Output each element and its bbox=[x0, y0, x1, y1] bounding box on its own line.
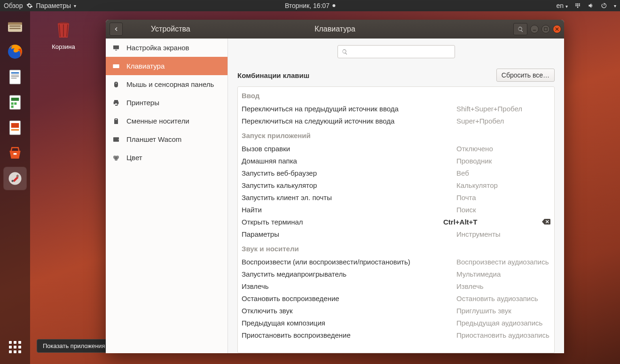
activities-button[interactable]: Обзор bbox=[4, 2, 23, 9]
svg-rect-18 bbox=[14, 153, 17, 155]
shortcut-row[interactable]: Приостановить воспроизведениеПриостанови… bbox=[238, 329, 554, 341]
shortcut-desc: Найти bbox=[242, 206, 456, 214]
svg-rect-31 bbox=[118, 65, 118, 66]
shortcut-row[interactable]: Переключиться на следующий источник ввод… bbox=[238, 115, 554, 127]
volume-icon[interactable] bbox=[588, 2, 594, 9]
shortcut-value: Super+Пробел bbox=[456, 117, 550, 125]
shortcut-row[interactable]: ПараметрыИнструменты bbox=[238, 228, 554, 240]
minimize-button[interactable] bbox=[530, 25, 539, 33]
shortcut-desc: Домашняя папка bbox=[242, 157, 456, 165]
main-panel: Комбинации клавиш Сбросить все… ВводПере… bbox=[228, 39, 564, 353]
svg-rect-30 bbox=[117, 65, 117, 66]
svg-rect-32 bbox=[115, 66, 118, 67]
search-icon bbox=[342, 49, 348, 55]
shortcut-row[interactable]: НайтиПоиск bbox=[238, 203, 554, 216]
svg-point-21 bbox=[12, 180, 14, 182]
shortcut-value: Извлечь bbox=[456, 282, 550, 290]
back-button[interactable] bbox=[110, 23, 123, 36]
settings-window: Устройства Клавиатура Настройка экрановК… bbox=[106, 20, 564, 353]
sidebar-item-displays[interactable]: Настройка экранов bbox=[106, 39, 228, 57]
shortcut-row[interactable]: Запустить клиент эл. почтыПочта bbox=[238, 191, 554, 203]
shortcut-row[interactable]: Воспроизвести (или воспроизвести/приоста… bbox=[238, 256, 554, 268]
chevron-down-icon: ▾ bbox=[74, 3, 76, 8]
shortcut-row[interactable]: Открыть терминалCtrl+Alt+T bbox=[238, 216, 554, 228]
shortcut-value: Shift+Super+Пробел bbox=[456, 105, 550, 113]
svg-rect-25 bbox=[113, 45, 119, 49]
sidebar-item-printer[interactable]: Принтеры bbox=[106, 93, 228, 112]
sidebar-item-color[interactable]: Цвет bbox=[106, 148, 228, 167]
titlebar: Устройства Клавиатура bbox=[106, 20, 564, 39]
sidebar-item-tablet[interactable]: Планшет Wacom bbox=[106, 130, 228, 148]
shortcut-row[interactable]: Домашняя папкаПроводник bbox=[238, 155, 554, 167]
show-applications-button[interactable] bbox=[4, 336, 26, 358]
shortcut-row[interactable]: Запустить медиапроигрывательМультимедиа bbox=[238, 268, 554, 280]
dock-firefox[interactable] bbox=[4, 40, 26, 63]
section-header: Звук и носители bbox=[238, 240, 554, 256]
shortcut-desc: Запустить медиапроигрыватель bbox=[242, 270, 456, 278]
shortcut-row[interactable]: Остановить воспроизведениеОстановить ауд… bbox=[238, 292, 554, 304]
shortcut-desc: Отключить звук bbox=[242, 307, 456, 315]
clock[interactable]: Вторник, 16:07 bbox=[285, 2, 335, 9]
shortcut-row[interactable]: Предыдущая композицияПредыдущая аудиозап… bbox=[238, 317, 554, 329]
shortcut-row[interactable]: Запустить калькуляторКалькулятор bbox=[238, 179, 554, 191]
input-lang[interactable]: en ▾ bbox=[557, 2, 568, 9]
svg-rect-23 bbox=[533, 30, 536, 31]
svg-rect-13 bbox=[14, 102, 16, 105]
sidebar-item-label: Цвет bbox=[126, 154, 142, 162]
sidebar-item-removable[interactable]: Сменные носители bbox=[106, 112, 228, 130]
sidebar-item-mouse[interactable]: Мышь и сенсорная панель bbox=[106, 75, 228, 93]
sidebar: Настройка экрановКлавиатураМышь и сенсор… bbox=[106, 39, 228, 353]
section-header: Ввод bbox=[238, 87, 554, 102]
input-lang-label: en bbox=[557, 2, 564, 9]
svg-rect-26 bbox=[115, 50, 117, 50]
page-heading: Комбинации клавиш bbox=[237, 71, 309, 79]
dock-impress[interactable] bbox=[4, 116, 26, 139]
shortcut-row[interactable]: Вызов справкиОтключено bbox=[238, 142, 554, 155]
removable-icon bbox=[112, 117, 120, 125]
maximize-button[interactable] bbox=[542, 25, 550, 33]
shortcut-value: Почта bbox=[456, 194, 550, 201]
shortcut-value: Предыдущая аудиозапись bbox=[456, 319, 550, 327]
dock-calc[interactable] bbox=[4, 91, 26, 114]
tooltip: Показать приложения bbox=[37, 339, 111, 353]
shortcut-value: Приостановить аудиозапись bbox=[456, 331, 550, 339]
shortcut-list[interactable]: ВводПереключиться на предыдущий источник… bbox=[237, 86, 555, 353]
shortcut-desc: Запустить клиент эл. почты bbox=[242, 194, 456, 201]
sidebar-item-keyboard[interactable]: Клавиатура bbox=[106, 57, 228, 75]
dock-writer[interactable] bbox=[4, 66, 26, 88]
dock-files[interactable] bbox=[4, 15, 26, 38]
shortcut-row[interactable]: ИзвлечьИзвлечь bbox=[238, 280, 554, 292]
search-input[interactable] bbox=[337, 45, 455, 58]
svg-rect-11 bbox=[11, 98, 19, 101]
notification-dot-icon bbox=[332, 4, 335, 7]
svg-rect-6 bbox=[11, 72, 19, 74]
chevron-down-icon[interactable]: ▾ bbox=[614, 3, 616, 8]
shortcut-value: Поиск bbox=[456, 206, 550, 214]
shortcut-row[interactable]: Отключить звукПриглушить звук bbox=[238, 304, 554, 317]
erase-icon[interactable] bbox=[542, 218, 550, 225]
search-field[interactable] bbox=[351, 48, 451, 55]
shortcut-value: Проводник bbox=[456, 157, 550, 165]
desktop-trash[interactable]: Корзина bbox=[47, 19, 80, 50]
titlebar-search-button[interactable] bbox=[513, 23, 527, 35]
section-header: Запуск приложений bbox=[238, 127, 554, 142]
svg-rect-9 bbox=[11, 78, 17, 79]
svg-rect-24 bbox=[544, 28, 547, 31]
power-icon[interactable] bbox=[601, 2, 607, 9]
shortcut-row[interactable]: Переключиться на предыдущий источник вво… bbox=[238, 102, 554, 115]
network-icon[interactable] bbox=[574, 2, 581, 9]
shortcut-row[interactable]: Запустить веб-браузерВеб bbox=[238, 167, 554, 179]
shortcut-desc: Извлечь bbox=[242, 282, 456, 290]
shortcut-desc: Запустить калькулятор bbox=[242, 181, 456, 189]
svg-rect-28 bbox=[114, 65, 114, 66]
app-menu[interactable]: Параметры ▾ bbox=[26, 2, 76, 9]
shortcut-desc: Переключиться на следующий источник ввод… bbox=[242, 117, 456, 125]
close-button[interactable] bbox=[553, 25, 561, 33]
window-title: Клавиатура bbox=[314, 25, 355, 33]
svg-point-34 bbox=[118, 139, 118, 139]
displays-icon bbox=[112, 44, 120, 52]
dock-software[interactable] bbox=[4, 142, 26, 164]
dock-settings[interactable] bbox=[4, 167, 26, 190]
svg-rect-27 bbox=[113, 64, 119, 68]
reset-all-button[interactable]: Сбросить все… bbox=[496, 69, 555, 82]
